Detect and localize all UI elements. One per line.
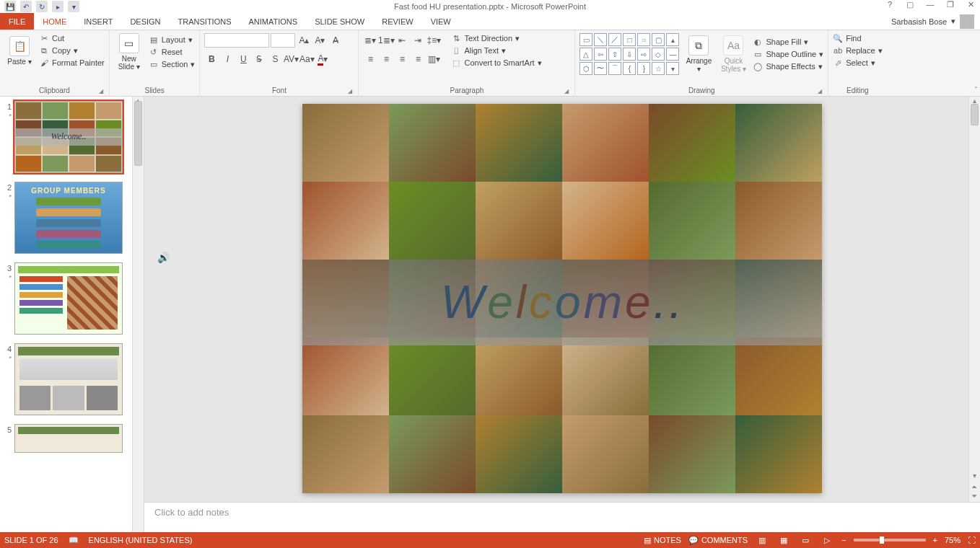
layout-button[interactable]: ▤Layout ▾	[149, 35, 196, 45]
increase-indent-button[interactable]: ⇥	[411, 33, 425, 48]
shape-rect-icon[interactable]: ▭	[579, 33, 592, 46]
slide-thumbnail-4[interactable]	[14, 343, 123, 415]
arrange-button[interactable]: ⧉ Arrange ▾	[683, 33, 714, 75]
audio-icon[interactable]: 🔊	[157, 252, 169, 263]
italic-button[interactable]: I	[220, 52, 235, 66]
shape-more-mid-icon[interactable]: —	[666, 48, 679, 61]
tab-animations[interactable]: ANIMATIONS	[240, 13, 307, 30]
reading-view-button[interactable]: ▭	[798, 534, 813, 546]
slideshow-view-button[interactable]: ▷	[820, 534, 834, 546]
align-left-button[interactable]: ≡	[363, 52, 377, 66]
decrease-indent-button[interactable]: ⇤	[395, 33, 409, 48]
grow-font-button[interactable]: A▴	[297, 33, 311, 48]
replace-button[interactable]: abReplace ▾	[833, 45, 882, 56]
font-size-input[interactable]	[271, 33, 295, 48]
format-painter-button[interactable]: 🖌Format Painter	[39, 58, 105, 68]
qat-customize-icon[interactable]: ▾	[68, 1, 79, 12]
maximize-icon[interactable]: ❐	[944, 0, 957, 9]
shape-effects-button[interactable]: ◯Shape Effects ▾	[753, 61, 823, 71]
text-direction-button[interactable]: ⇅Text Direction ▾	[451, 33, 541, 43]
line-spacing-button[interactable]: ‡≡▾	[426, 33, 441, 48]
shape-fill-button[interactable]: ◐Shape Fill ▾	[753, 37, 823, 47]
shape-roundrect-icon[interactable]: ▢	[652, 33, 665, 46]
shape-hex-icon[interactable]: ⬡	[579, 62, 592, 75]
align-right-button[interactable]: ≡	[395, 52, 409, 66]
ribbon-display-icon[interactable]: ▢	[904, 0, 916, 9]
slide-canvas[interactable]: Welcome..	[302, 104, 822, 493]
bold-button[interactable]: B	[204, 52, 219, 66]
scrollbar-thumb[interactable]	[971, 104, 979, 125]
slide-thumbnail-3[interactable]	[14, 262, 123, 335]
shape-brace-l-icon[interactable]: {	[623, 62, 636, 75]
slide-counter[interactable]: SLIDE 1 OF 26	[4, 536, 58, 544]
scroll-down-icon[interactable]: ▾	[969, 472, 980, 482]
new-slide-button[interactable]: ▭ NewSlide ▾	[114, 33, 144, 71]
normal-view-button[interactable]: ▥	[755, 534, 769, 546]
zoom-level[interactable]: 75%	[945, 536, 961, 544]
align-center-button[interactable]: ≡	[379, 52, 393, 66]
shape-line-icon[interactable]: ＼	[594, 33, 607, 46]
spellcheck-icon[interactable]: 📖	[69, 536, 79, 545]
paragraph-launcher-icon[interactable]: ◢	[564, 88, 569, 94]
shapes-gallery[interactable]: ▭＼／□○▢▴ △⇦⇧⇩⇨◇— ⬡〜⌒{}☆▾	[579, 33, 679, 75]
copy-button[interactable]: ⧉Copy ▾	[39, 45, 105, 56]
convert-smartart-button[interactable]: ⬚Convert to SmartArt ▾	[451, 58, 541, 68]
comments-toggle[interactable]: 💬COMMENTS	[688, 536, 748, 545]
find-button[interactable]: 🔍Find	[833, 33, 882, 43]
drawing-launcher-icon[interactable]: ◢	[818, 88, 822, 94]
shape-arrow-d-icon[interactable]: ⇩	[623, 48, 636, 61]
shape-arc-icon[interactable]: ⌒	[608, 62, 621, 75]
clear-formatting-button[interactable]: A̶	[328, 33, 343, 48]
thumbnail-scrollbar[interactable]: ▴	[132, 97, 144, 532]
bullets-button[interactable]: ≣▾	[363, 33, 377, 48]
tab-design[interactable]: DESIGN	[121, 13, 169, 30]
columns-button[interactable]: ▥▾	[426, 52, 441, 66]
shape-square-icon[interactable]: □	[623, 33, 636, 46]
cut-button[interactable]: ✂Cut	[39, 33, 105, 43]
tab-review[interactable]: REVIEW	[373, 13, 421, 30]
clipboard-launcher-icon[interactable]: ◢	[99, 88, 103, 94]
tab-file[interactable]: FILE	[0, 13, 34, 30]
slide-thumbnail-2[interactable]: GROUP MEMBERS	[14, 182, 123, 254]
shape-arrow-u-icon[interactable]: ⇧	[608, 48, 621, 61]
scrollbar-thumb[interactable]	[134, 101, 142, 166]
tab-home[interactable]: HOME	[34, 13, 75, 30]
section-button[interactable]: ▭Section ▾	[149, 59, 196, 69]
zoom-in-button[interactable]: +	[933, 536, 937, 544]
fit-to-window-button[interactable]: ⛶	[968, 536, 976, 544]
justify-button[interactable]: ≡	[411, 52, 425, 66]
undo-icon[interactable]: ↶	[20, 1, 32, 12]
font-color-button[interactable]: A▾	[315, 52, 330, 66]
shape-outline-button[interactable]: ▭Shape Outline ▾	[753, 49, 823, 59]
save-icon[interactable]: 💾	[4, 1, 16, 12]
shape-brace-r-icon[interactable]: }	[637, 62, 650, 75]
align-text-button[interactable]: ⌷Align Text ▾	[451, 45, 541, 56]
shape-oval-icon[interactable]: ○	[637, 33, 650, 46]
select-button[interactable]: ⬀Select ▾	[833, 58, 882, 68]
change-case-button[interactable]: Aa▾	[299, 52, 314, 66]
shape-more-dn-icon[interactable]: ▾	[666, 62, 679, 75]
editor-scrollbar[interactable]: ▴ ▾ ⏶ ⏷	[968, 97, 980, 502]
shape-arrow-r-icon[interactable]: ⇨	[637, 48, 650, 61]
quick-styles-button[interactable]: Aa QuickStyles ▾	[718, 33, 748, 75]
font-launcher-icon[interactable]: ◢	[348, 88, 352, 94]
shape-line2-icon[interactable]: ／	[608, 33, 621, 46]
redo-icon[interactable]: ↻	[36, 1, 48, 12]
reset-button[interactable]: ↺Reset	[149, 47, 196, 57]
next-slide-icon[interactable]: ⏷	[969, 492, 980, 502]
notes-pane[interactable]: Click to add notes	[144, 502, 980, 532]
language-indicator[interactable]: ENGLISH (UNITED STATES)	[89, 536, 193, 544]
tab-view[interactable]: VIEW	[422, 13, 460, 30]
zoom-knob[interactable]	[880, 536, 884, 544]
paste-button[interactable]: 📋 Paste ▾	[4, 33, 35, 68]
tab-transitions[interactable]: TRANSITIONS	[170, 13, 240, 30]
tab-slideshow[interactable]: SLIDE SHOW	[306, 13, 373, 30]
numbering-button[interactable]: 1≣▾	[379, 33, 393, 48]
zoom-slider[interactable]	[854, 539, 926, 542]
shape-curve-icon[interactable]: 〜	[594, 62, 607, 75]
tab-insert[interactable]: INSERT	[75, 13, 121, 30]
account-menu[interactable]: Sarbasish Bose ▾	[891, 13, 980, 30]
zoom-out-button[interactable]: −	[841, 536, 846, 544]
notes-toggle[interactable]: ▤NOTES	[644, 536, 681, 545]
help-icon[interactable]: ?	[883, 0, 896, 9]
